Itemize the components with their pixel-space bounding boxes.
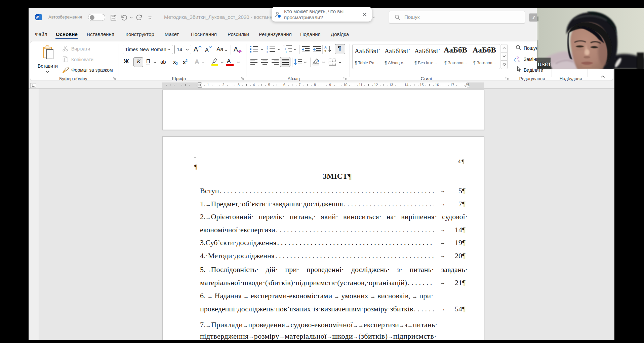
- svg-text:user: user: [538, 60, 551, 68]
- svg-text:я: я: [324, 49, 326, 53]
- svg-text:1: 1: [283, 45, 285, 47]
- svg-text:3: 3: [267, 50, 268, 53]
- svg-text:i: i: [286, 51, 287, 53]
- svg-text:a: a: [285, 48, 286, 50]
- svg-text:c: c: [518, 59, 520, 63]
- svg-text:А: А: [324, 45, 327, 49]
